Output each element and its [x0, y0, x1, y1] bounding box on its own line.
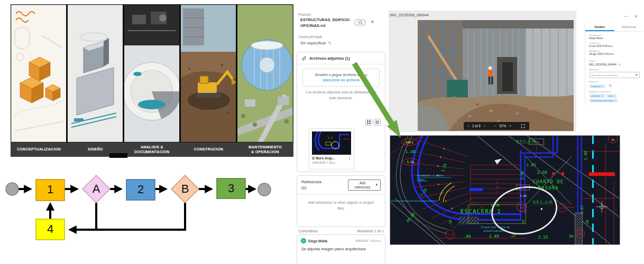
remove-tag-icon[interactable]: × [614, 99, 616, 102]
remove-tag-icon[interactable]: × [613, 95, 615, 97]
position-label: Posición [298, 13, 311, 16]
comment-card: D Diego Motta 19/8/2025 7:19 p.m. Se adj… [297, 234, 385, 264]
position-row: ESTRUCTURAS_EDIFICIO OFICINAS.rvt V3 × [300, 17, 387, 29]
cause-label: Causa principal [298, 35, 322, 39]
attachment-thumbnail-card[interactable]: 1.2 I2 Muro Arqu... ⋮ 19/8/2025 7:18 p..… [309, 128, 354, 169]
svg-text:1.38: 1.38 [405, 149, 415, 154]
zoom-in-button[interactable]: + [509, 124, 511, 128]
svg-text:10: 10 [496, 186, 499, 188]
svg-text:2.95: 2.95 [520, 171, 525, 180]
chevron-down-icon: ▾ [375, 183, 378, 187]
photo-details-panel: Detalles Referencias Tomado por Diego Mo… [585, 23, 643, 106]
comment-author: Diego Motta [308, 239, 327, 243]
process-flowchart: 1 A 2 B 3 4 [0, 168, 296, 258]
landing-edge [470, 188, 483, 191]
auto-tag-chip[interactable]: movimiento de tierras× [589, 99, 618, 102]
wall-hatch [459, 217, 479, 224]
field-anadido-el: Añadido el 18 ago 2025 3:54 a.m. [589, 50, 640, 55]
edit-title-icon[interactable]: ✎ [619, 63, 621, 66]
svg-text:1.2: 1.2 [328, 136, 333, 139]
more-options-icon[interactable]: ⋯ [624, 14, 629, 19]
references-card: References (0) Add references ▾ Add refe… [297, 175, 385, 227]
kebab-menu-icon[interactable]: ⋮ [348, 156, 351, 160]
prev-photo-button[interactable]: ‹ [468, 124, 469, 128]
auto-tag-chip[interactable]: personas× [589, 94, 605, 98]
next-photo-button[interactable]: › [484, 124, 485, 128]
svg-text:PRF1: PRF1 [406, 140, 414, 144]
svg-text:ESCALERA 1: ESCALERA 1 [461, 208, 501, 214]
comment-meta: D Diego Motta 19/8/2025 7:19 p.m. [297, 235, 385, 243]
tag-chip[interactable]: columnas× [589, 84, 605, 88]
paperclip-icon [302, 56, 307, 61]
lifecycle-label-bar: CONCEPTUALIZACION DISEÑO ANALISIS & DOCU… [11, 143, 293, 157]
svg-text:S-01: S-01 [407, 160, 415, 164]
svg-text:.30: .30 [585, 220, 590, 226]
underline-mark [109, 153, 127, 158]
select-files-link[interactable]: seleccione los archivos [323, 78, 360, 82]
svg-text:N.P.T.-2.40: N.P.T.-2.40 [533, 200, 552, 203]
list-view-icon[interactable] [374, 119, 381, 126]
svg-text:R-1: R-1 [578, 232, 583, 235]
svg-text:11: 11 [496, 181, 499, 184]
references-title: References (0) [301, 180, 326, 191]
location-select[interactable]: Seleccionar una ubicación [589, 72, 640, 78]
tab-referencias[interactable]: Referencias [614, 23, 643, 31]
field-tomado-el: Tomado el 6 mar 2015 8:49 a.m. [589, 42, 640, 48]
attachments-note: Los archivos adjuntos solo se almacenan … [306, 90, 376, 100]
panel-operacion [237, 4, 293, 143]
svg-text:KK2: KK2 [520, 186, 525, 189]
edit-tags-icon[interactable]: ✎ [609, 84, 612, 88]
svg-text:1.20: 1.20 [491, 203, 500, 208]
window-controls: ⋯ × [624, 14, 637, 19]
svg-text:15: 15 [521, 219, 526, 223]
add-references-button[interactable]: Add references ▾ [348, 180, 381, 191]
close-icon[interactable]: × [371, 19, 374, 25]
close-panel-icon[interactable]: × [634, 14, 637, 19]
svg-text:F-1: F-1 [560, 206, 565, 210]
svg-text:1.40: 1.40 [489, 234, 499, 239]
edit-pencil-icon[interactable]: ✎ [328, 41, 332, 45]
stage-label: CONCEPTUALIZACION [11, 147, 67, 152]
bim-lifecycle-image: CONCEPTUALIZACION DISEÑO ANALISIS & DOCU… [11, 4, 293, 157]
grid-view-icon[interactable] [365, 119, 372, 126]
photo-title: IMG_20150306_084944 [390, 13, 429, 17]
bim-lifecycle-art [11, 4, 293, 143]
issue-details-panel: Posición ESTRUCTURAS_EDIFICIO OFICINAS.r… [295, 11, 387, 264]
fullscreen-icon[interactable] [521, 124, 525, 128]
svg-text:CUARTO DE: CUARTO DE [533, 179, 564, 184]
svg-text:4: 4 [47, 222, 53, 235]
zoom-out-button[interactable]: − [494, 124, 496, 128]
stage-label: DISEÑO [67, 147, 124, 152]
cause-row: Sin especificar✎ [300, 41, 332, 45]
field-tomado-por: Tomado por Diego Motta [589, 34, 640, 40]
attachments-header: Archivos adjuntos (1) [297, 52, 385, 64]
attachment-file-row: I2 Muro Arqu... ⋮ [309, 155, 354, 160]
auto-tag-chip[interactable]: sitio× [606, 94, 617, 98]
photo-title-value: IMG_20150306_084944 [589, 63, 617, 66]
version-badge[interactable]: V3 [354, 20, 366, 25]
svg-text:1.65: 1.65 [527, 163, 536, 167]
stage-label: CONSTRUCION [180, 147, 237, 152]
svg-text:Pasamanos a ambos: Pasamanos a ambos [417, 174, 444, 177]
svg-text:.80: .80 [464, 234, 471, 239]
photo-viewer: IMG_20150306_084944 [389, 11, 576, 132]
svg-text:.30: .30 [448, 220, 453, 226]
svg-text:1: 1 [47, 183, 53, 196]
cad-plan-image[interactable]: PRF1 1.38 S-01 Pasamanos a ambos lados 1… [390, 135, 620, 245]
tab-detalles[interactable]: Detalles [585, 23, 614, 31]
position-file-name: ESTRUCTURAS_EDIFICIO OFICINAS.rvt [300, 17, 350, 29]
construction-photo [418, 20, 574, 131]
svg-text:lados: lados [417, 178, 425, 181]
details-tabs: Detalles Referencias [585, 23, 643, 32]
svg-text:3: 3 [228, 182, 234, 195]
panel-diseno [68, 4, 123, 143]
svg-text:V3: V3 [520, 205, 524, 209]
references-header: References (0) Add references ▾ [297, 176, 385, 195]
svg-text:2: 2 [137, 183, 144, 196]
remove-tag-icon[interactable]: × [602, 95, 603, 97]
stage-label-text: CONCEPTUALIZACION [17, 147, 61, 151]
file-dropzone[interactable]: Arrastre o pegue archivos aquí o selecci… [302, 69, 380, 87]
comments-count: Mostrando 1 de 1 [357, 229, 384, 233]
remove-tag-icon[interactable]: × [602, 85, 604, 88]
svg-text:BASURA: BASURA [538, 185, 559, 191]
